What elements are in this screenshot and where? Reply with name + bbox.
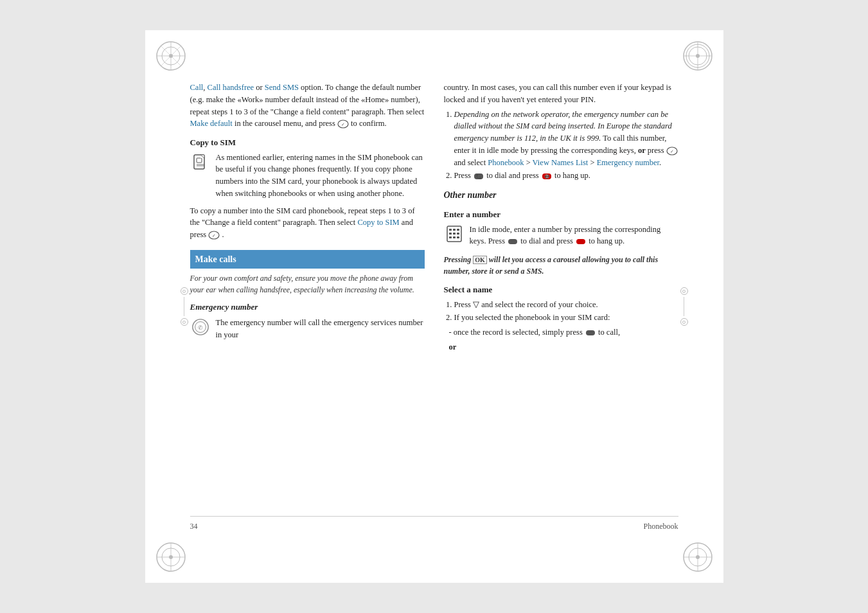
call-link: Call: [190, 83, 204, 92]
press-hangup-icon: [575, 237, 587, 246]
select-sub-1: - once the record is selected, simply pr…: [449, 326, 678, 339]
left-binding: [181, 287, 188, 326]
svg-text:✓: ✓: [670, 149, 674, 154]
sim-icon-svg: [191, 153, 209, 171]
emergency-instructions-list: Depending on the network operator, the e…: [444, 109, 678, 182]
country-text: country. In most cases, you can call thi…: [444, 82, 678, 106]
page-content: Call, Call handsfree or Send SMS option.…: [190, 82, 678, 531]
right-binding: [680, 287, 688, 326]
svg-rect-45: [449, 233, 452, 235]
call-handsfree-link: Call handsfree: [208, 83, 254, 92]
svg-rect-43: [453, 229, 456, 231]
svg-text:✓: ✓: [341, 122, 345, 127]
corner-decoration-tl: [152, 37, 190, 75]
copy-to-sim-heading: Copy to SIM: [190, 136, 425, 149]
item1-italic-note: Depending on the network operator, the e…: [454, 110, 672, 143]
instruction-item-1: Depending on the network operator, the e…: [454, 109, 678, 169]
svg-rect-47: [457, 233, 459, 235]
two-column-layout: Call, Call handsfree or Send SMS option.…: [190, 82, 678, 516]
page: Call, Call handsfree or Send SMS option.…: [145, 30, 723, 583]
svg-rect-50: [457, 236, 459, 238]
emergency-icon: ✆: [190, 317, 211, 337]
intro-paragraph: Call, Call handsfree or Send SMS option.…: [190, 82, 425, 130]
svg-text:✆: ✆: [198, 324, 203, 331]
svg-rect-46: [453, 233, 456, 235]
svg-rect-52: [576, 239, 585, 244]
svg-rect-51: [508, 239, 517, 244]
emergency-heading: Emergency number: [190, 301, 425, 314]
copy-confirm-icon: ✓: [208, 231, 220, 240]
copy-to-sim-body: As mentioned earlier, entering names in …: [216, 152, 425, 200]
select-name-list: Press ▽ and select the record of your ch…: [444, 299, 678, 324]
svg-rect-42: [449, 229, 452, 231]
select-item-2: If you selected the phonebook in your SI…: [454, 312, 678, 324]
svg-text:📞: 📞: [476, 173, 482, 179]
make-calls-safety-note: For your own comfort and safety, ensure …: [190, 272, 425, 296]
enter-number-body: In idle mode, enter a number by pressing…: [470, 224, 678, 248]
svg-rect-49: [453, 236, 456, 238]
other-number-section: Other number Enter a number: [444, 188, 678, 353]
dial-icon: 📞: [473, 172, 484, 181]
phonebook-link: Phonebook: [488, 158, 524, 167]
enter-number-row: In idle mode, enter a number by pressing…: [444, 224, 678, 251]
left-column: Call, Call handsfree or Send SMS option.…: [190, 82, 425, 516]
svg-rect-26: [197, 158, 202, 163]
page-footer: 34 Phonebook: [190, 516, 678, 531]
instruction-item-2: Press 📞 to dial and press 📵 to hang up.: [454, 170, 678, 182]
press-dial-icon: [507, 237, 518, 246]
section-label: Phonebook: [644, 522, 678, 531]
copy-to-sim-icon-row: As mentioned earlier, entering names in …: [190, 152, 425, 202]
emergency-number-link: Emergency number: [597, 158, 659, 167]
svg-rect-48: [449, 236, 452, 238]
make-default-link: Make default: [190, 119, 233, 128]
enter-number-subheading: Enter a number: [444, 208, 678, 221]
keypad-icon-svg: [445, 225, 463, 243]
confirm-icon: ✓: [337, 120, 349, 129]
press-icon-1: ✓: [666, 147, 678, 155]
svg-text:✓: ✓: [212, 233, 216, 238]
hangup-icon: 📵: [541, 172, 553, 181]
page-number: 34: [190, 522, 198, 531]
copy-to-sim-para2: To copy a number into the SIM card phone…: [190, 205, 425, 241]
select-sub-2: or: [449, 341, 678, 353]
svg-rect-53: [586, 330, 595, 335]
other-number-heading: Other number: [444, 188, 678, 202]
pressing-note: Pressing OK will let you access a carous…: [444, 254, 678, 277]
select-item-1: Press ▽ and select the record of your ch…: [454, 299, 678, 311]
emergency-icon-row: ✆ The emergency number will call the eme…: [190, 317, 425, 344]
select-call-icon: [585, 328, 596, 337]
corner-decoration-br: [678, 538, 717, 576]
copy-to-sim-link: Copy to SIM: [357, 218, 399, 227]
keypad-icon: [444, 224, 465, 244]
svg-text:📵: 📵: [544, 173, 549, 179]
emergency-icon-svg: ✆: [191, 318, 209, 336]
corner-decoration-tr: [678, 37, 717, 75]
corner-decoration-bl: [152, 538, 190, 576]
right-column: country. In most cases, you can call thi…: [444, 82, 678, 516]
make-calls-heading: Make calls: [190, 250, 425, 269]
view-names-link: View Names List: [533, 158, 589, 167]
send-sms-link: Send SMS: [265, 83, 299, 92]
emergency-body: The emergency number will call the emerg…: [216, 317, 425, 341]
sim-card-icon: [190, 152, 211, 172]
select-name-subheading: Select a name: [444, 283, 678, 296]
svg-rect-44: [457, 229, 459, 231]
